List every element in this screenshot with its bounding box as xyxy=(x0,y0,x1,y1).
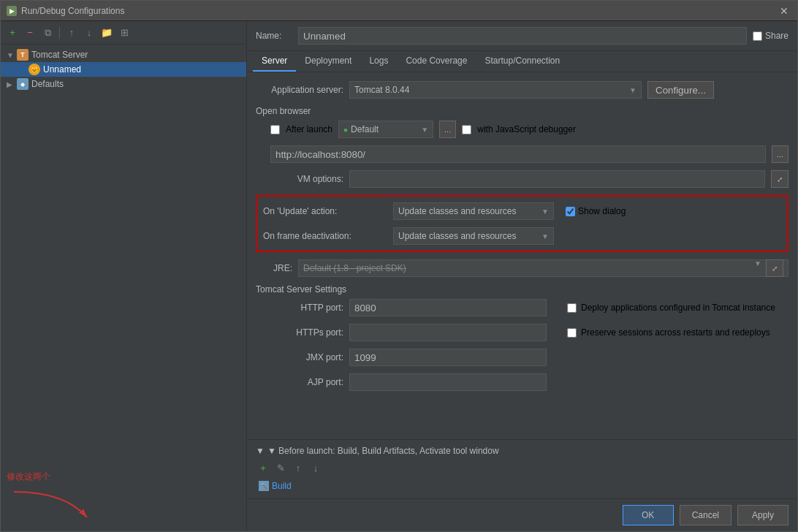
build-label: Build xyxy=(272,481,292,491)
browser-value: Default xyxy=(351,124,379,134)
browser-combo[interactable]: ● Default ▼ xyxy=(338,121,433,138)
jmx-port-input[interactable] xyxy=(349,349,547,366)
ok-button[interactable]: OK xyxy=(623,505,674,525)
remove-config-button[interactable]: − xyxy=(23,26,37,40)
before-launch-up-button[interactable]: ↑ xyxy=(291,460,305,475)
share-label: Share xyxy=(765,31,788,41)
before-launch-down-button[interactable]: ↓ xyxy=(308,460,323,475)
js-debugger-checkbox[interactable] xyxy=(462,125,471,134)
add-config-button[interactable]: + xyxy=(5,26,20,40)
dialog-icon: ▶ xyxy=(7,6,17,16)
configure-button[interactable]: Configure... xyxy=(647,81,714,99)
server-tab-content: Application server: Tomcat 8.0.44 ▼ Conf… xyxy=(247,72,797,439)
on-update-value: Update classes and resources xyxy=(398,206,516,216)
defaults-label: Defaults xyxy=(31,79,64,89)
before-launch-section: ▼ ▼ Before launch: Build, Build Artifact… xyxy=(247,439,797,498)
jre-value: Default (1.8 - project SDK) xyxy=(303,263,406,273)
tab-logs[interactable]: Logs xyxy=(360,51,397,72)
vm-expand-button[interactable]: ⤢ xyxy=(771,170,788,188)
url-ellipsis-button[interactable]: ... xyxy=(772,145,788,163)
cancel-button[interactable]: Cancel xyxy=(680,505,732,525)
tab-server[interactable]: Server xyxy=(253,51,296,72)
url-input[interactable] xyxy=(270,145,766,163)
app-server-combo[interactable]: Tomcat 8.0.44 ▼ xyxy=(349,81,642,99)
title-bar-left: ▶ Run/Debug Configurations xyxy=(7,6,124,16)
share-row: Share xyxy=(753,31,788,41)
move-up-button[interactable]: ↑ xyxy=(64,26,79,40)
annotation-text: 修改这两个 xyxy=(7,471,50,482)
folder-button[interactable]: 📁 xyxy=(99,26,114,40)
title-bar: ▶ Run/Debug Configurations ✕ xyxy=(1,1,797,21)
preserve-sessions-checkbox[interactable] xyxy=(567,328,577,338)
open-browser-title: Open browser xyxy=(256,106,788,116)
before-launch-edit-button[interactable]: ✎ xyxy=(273,460,288,475)
tomcat-server-label: Tomcat Server xyxy=(31,50,88,60)
update-settings-box: On 'Update' action: Update classes and r… xyxy=(256,195,788,252)
tab-bar: Server Deployment Logs Code Coverage Sta… xyxy=(247,51,797,72)
share-checkbox[interactable] xyxy=(753,31,762,41)
show-dialog-checkbox[interactable] xyxy=(566,207,575,216)
tree-item-tomcat-server[interactable]: ▼ T Tomcat Server xyxy=(1,48,246,62)
name-input[interactable] xyxy=(298,27,747,45)
after-launch-row: After launch ● Default ▼ ... with JavaSc… xyxy=(270,121,788,138)
preserve-sessions-row: Preserve sessions across restarts and re… xyxy=(567,327,770,338)
name-row: Name: Share xyxy=(247,21,797,51)
before-launch-chevron: ▼ xyxy=(256,446,265,456)
https-port-label: HTTPs port: xyxy=(256,327,343,338)
before-launch-header: ▼ ▼ Before launch: Build, Build Artifact… xyxy=(256,446,788,456)
annotation-area: 修改这两个 xyxy=(1,468,246,531)
before-launch-title: ▼ Before launch: Build, Build Artifacts,… xyxy=(267,446,499,456)
on-update-arrow: ▼ xyxy=(542,208,549,216)
after-launch-checkbox[interactable] xyxy=(270,125,280,134)
tomcat-settings-section: Tomcat Server Settings HTTP port: Deploy… xyxy=(256,284,788,391)
defaults-arrow: ▶ xyxy=(7,80,14,88)
tree-item-unnamed[interactable]: 🐱 Unnamed xyxy=(1,62,246,77)
vm-options-input[interactable] xyxy=(349,170,765,188)
browser-arrow: ▼ xyxy=(421,126,428,134)
on-update-label: On 'Update' action: xyxy=(263,206,387,216)
tree-item-defaults[interactable]: ▶ ◆ Defaults xyxy=(1,77,246,91)
main-content: + − ⧉ ↑ ↓ 📁 ⊞ ▼ T Tomcat Server xyxy=(1,21,797,531)
defaults-icon: ◆ xyxy=(17,78,28,90)
deploy-tomcat-label: Deploy applications configured in Tomcat… xyxy=(581,303,775,313)
on-frame-combo[interactable]: Update classes and resources ▼ xyxy=(393,227,554,245)
close-button[interactable]: ✕ xyxy=(777,5,791,17)
jre-row: JRE: Default (1.8 - project SDK) ▼ ⤢ xyxy=(256,259,788,277)
sort-button[interactable]: ⊞ xyxy=(117,26,132,40)
browser-options: After launch ● Default ▼ ... with JavaSc… xyxy=(256,121,788,163)
on-frame-arrow: ▼ xyxy=(542,232,549,240)
tab-code-coverage[interactable]: Code Coverage xyxy=(397,51,476,72)
vm-options-row: VM options: ⤢ xyxy=(256,170,788,188)
jre-combo[interactable]: Default (1.8 - project SDK) ▼ ⤢ xyxy=(298,259,788,277)
http-port-row: HTTP port: Deploy applications configure… xyxy=(256,299,788,316)
app-server-label: Application server: xyxy=(256,85,343,95)
app-server-row: Application server: Tomcat 8.0.44 ▼ Conf… xyxy=(256,81,788,99)
on-frame-value: Update classes and resources xyxy=(398,231,516,241)
build-icon: 🔨 xyxy=(259,481,269,491)
tomcat-server-icon: T xyxy=(17,49,28,61)
browser-ellipsis-button[interactable]: ... xyxy=(439,121,456,138)
deploy-tomcat-checkbox[interactable] xyxy=(567,303,577,313)
before-launch-add-button[interactable]: + xyxy=(256,460,270,475)
http-port-input[interactable] xyxy=(349,299,547,316)
tab-startup-connection[interactable]: Startup/Connection xyxy=(476,51,569,72)
browser-icon: ● xyxy=(343,126,348,134)
on-update-row: On 'Update' action: Update classes and r… xyxy=(263,202,781,220)
on-update-combo[interactable]: Update classes and resources ▼ xyxy=(393,202,554,220)
https-port-input[interactable] xyxy=(349,324,547,341)
move-down-button[interactable]: ↓ xyxy=(82,26,96,40)
expand-arrow: ▼ xyxy=(7,51,14,59)
jre-expand-button[interactable]: ⤢ xyxy=(766,259,783,277)
http-port-label: HTTP port: xyxy=(256,303,343,313)
annotation-arrow xyxy=(7,484,94,528)
after-launch-label: After launch xyxy=(286,124,332,134)
open-browser-section: Open browser After launch ● Default ▼ xyxy=(256,106,788,163)
jre-arrow: ▼ xyxy=(754,259,761,277)
tab-deployment[interactable]: Deployment xyxy=(296,51,360,72)
copy-config-button[interactable]: ⧉ xyxy=(40,26,55,40)
apply-button[interactable]: Apply xyxy=(737,505,788,525)
toolbar-separator xyxy=(59,27,60,39)
on-frame-row: On frame deactivation: Update classes an… xyxy=(263,227,781,245)
url-row: ... xyxy=(270,145,788,163)
ajp-port-input[interactable] xyxy=(349,373,547,391)
